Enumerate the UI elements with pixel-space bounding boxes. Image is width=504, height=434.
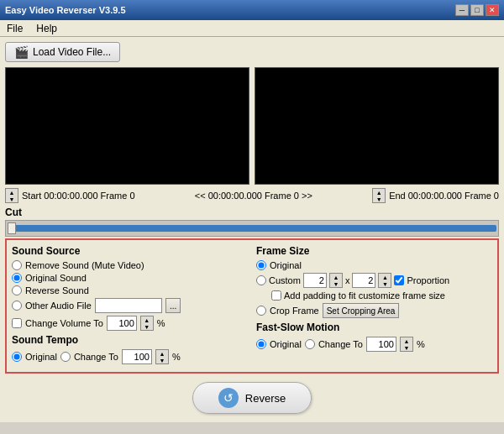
load-video-button[interactable]: 🎬 Load Video File... <box>5 42 120 62</box>
sound-source-title: Sound Source <box>12 245 248 257</box>
tempo-percent: % <box>172 352 181 362</box>
video-panel-right <box>255 67 499 185</box>
crop-frame-label: Crop Frame <box>270 306 319 316</box>
crop-frame-radio[interactable] <box>256 306 266 316</box>
video-panel-left <box>5 67 249 185</box>
tempo-row: Original Change To 100 ▲ ▼ % <box>12 349 248 364</box>
frame-width-up-btn[interactable]: ▲ <box>330 274 342 280</box>
end-spinner[interactable]: ▲ ▼ <box>372 188 386 203</box>
frame-width-spinner[interactable]: ▲ ▼ <box>329 273 343 288</box>
cut-section: Cut <box>5 207 499 237</box>
add-padding-label: Add padding to fit customize frame size <box>284 290 445 301</box>
frame-height-up-btn[interactable]: ▲ <box>379 274 391 280</box>
motion-input[interactable]: 100 <box>366 337 396 352</box>
menu-help[interactable]: Help <box>33 22 60 35</box>
motion-original-radio[interactable] <box>256 339 266 349</box>
browse-audio-btn[interactable]: ... <box>165 298 181 313</box>
reverse-btn-label: Reverse <box>245 392 286 405</box>
toolbar: 🎬 Load Video File... <box>5 42 499 62</box>
menu-bar: File Help <box>0 20 504 37</box>
window-controls: ─ □ ✕ <box>455 4 499 16</box>
change-volume-row: Change Volume To 100 ▲ ▼ % <box>12 316 248 331</box>
close-button[interactable]: ✕ <box>486 4 499 16</box>
sound-other-row: Other Audio File ... <box>12 298 248 313</box>
set-cropping-btn[interactable]: Set Cropping Area <box>323 303 400 318</box>
end-down-btn[interactable]: ▼ <box>373 196 385 202</box>
sound-remove-label: Remove Sound (Mute Video) <box>25 260 144 270</box>
motion-up-btn[interactable]: ▲ <box>401 337 412 344</box>
frame-custom-label: Custom <box>269 275 301 285</box>
frame-width-down-btn[interactable]: ▼ <box>330 280 342 287</box>
sound-tempo-title: Sound Tempo <box>12 334 248 346</box>
tempo-original-radio[interactable] <box>12 352 22 362</box>
sound-remove-radio[interactable] <box>12 260 22 270</box>
start-up-btn[interactable]: ▲ <box>6 189 18 196</box>
video-area <box>5 67 499 185</box>
motion-down-btn[interactable]: ▼ <box>401 344 412 351</box>
slider-thumb[interactable] <box>8 222 16 234</box>
fast-slow-title: Fast-Slow Motion <box>256 322 492 333</box>
timeline-row: ▲ ▼ Start 00:00:00.000 Frame 0 << 00:00:… <box>5 188 499 203</box>
start-down-btn[interactable]: ▼ <box>6 196 18 202</box>
end-time-label: End 00:00:00.000 Frame 0 <box>389 191 499 201</box>
frame-custom-radio[interactable] <box>256 275 266 285</box>
end-up-btn[interactable]: ▲ <box>373 189 385 196</box>
sound-original-row: Original Sound <box>12 273 248 283</box>
motion-change-label: Change To <box>318 339 363 349</box>
minimize-button[interactable]: ─ <box>455 4 469 16</box>
tempo-input[interactable]: 100 <box>122 349 152 364</box>
crop-frame-row: Crop Frame Set Cropping Area <box>256 303 492 318</box>
sound-remove-row: Remove Sound (Mute Video) <box>12 260 248 270</box>
cut-slider[interactable] <box>5 220 499 237</box>
add-padding-checkbox[interactable] <box>271 290 281 301</box>
reverse-icon: ↺ <box>218 388 239 408</box>
frame-height-down-btn[interactable]: ▼ <box>379 280 391 287</box>
motion-change-radio[interactable] <box>305 339 315 349</box>
sound-other-radio[interactable] <box>12 301 22 311</box>
frame-width-input[interactable]: 2 <box>303 273 327 288</box>
sound-original-label: Original Sound <box>25 273 87 283</box>
volume-down-btn[interactable]: ▼ <box>141 323 153 330</box>
volume-up-btn[interactable]: ▲ <box>141 316 153 323</box>
sound-reverse-radio[interactable] <box>12 285 22 295</box>
frame-height-input[interactable]: 2 <box>352 273 375 288</box>
motion-row: Original Change To 100 ▲ ▼ % <box>256 337 492 352</box>
options-right: Frame Size Original Custom 2 ▲ ▼ x 2 ▲ ▼ <box>256 245 492 367</box>
menu-file[interactable]: File <box>3 22 26 35</box>
change-volume-label: Change Volume To <box>25 318 103 328</box>
tempo-change-radio[interactable] <box>60 352 71 362</box>
motion-spinner[interactable]: ▲ ▼ <box>400 337 413 352</box>
volume-input[interactable]: 100 <box>107 316 137 331</box>
cut-label: Cut <box>5 207 499 218</box>
change-volume-checkbox[interactable] <box>12 318 22 328</box>
options-panel: Sound Source Remove Sound (Mute Video) O… <box>5 238 499 374</box>
tempo-down-btn[interactable]: ▼ <box>156 357 168 363</box>
frame-size-title: Frame Size <box>256 245 492 257</box>
sound-reverse-row: Reverse Sound <box>12 285 248 295</box>
app-title: Easy Video Reverser V3.9.5 <box>5 5 126 15</box>
frame-height-spinner[interactable]: ▲ ▼ <box>378 273 391 288</box>
volume-spinner[interactable]: ▲ ▼ <box>140 316 154 331</box>
proportion-checkbox[interactable] <box>394 275 404 285</box>
options-left: Sound Source Remove Sound (Mute Video) O… <box>12 245 248 367</box>
reverse-button[interactable]: ↺ Reverse <box>192 382 312 414</box>
motion-original-label: Original <box>270 339 302 349</box>
sound-reverse-label: Reverse Sound <box>25 285 89 295</box>
frame-custom-row: Custom 2 ▲ ▼ x 2 ▲ ▼ Proportion <box>256 273 492 288</box>
audio-file-input[interactable] <box>95 298 162 313</box>
film-icon: 🎬 <box>14 45 29 59</box>
sound-original-radio[interactable] <box>12 273 22 283</box>
proportion-label: Proportion <box>407 275 449 285</box>
load-btn-label: Load Video File... <box>33 46 111 58</box>
tempo-spinner[interactable]: ▲ ▼ <box>155 349 169 364</box>
sound-other-label: Other Audio File <box>25 301 92 311</box>
middle-time-label: << 00:00:00.000 Frame 0 >> <box>139 191 370 201</box>
main-window: 🎬 Load Video File... ▲ ▼ Start 00:00:00.… <box>0 37 504 422</box>
frame-original-radio[interactable] <box>256 260 266 270</box>
maximize-button[interactable]: □ <box>470 4 484 16</box>
tempo-up-btn[interactable]: ▲ <box>156 350 168 357</box>
volume-percent: % <box>157 318 165 328</box>
frame-original-row: Original <box>256 260 492 270</box>
start-spinner[interactable]: ▲ ▼ <box>5 188 18 203</box>
title-bar: Easy Video Reverser V3.9.5 ─ □ ✕ <box>0 0 504 20</box>
